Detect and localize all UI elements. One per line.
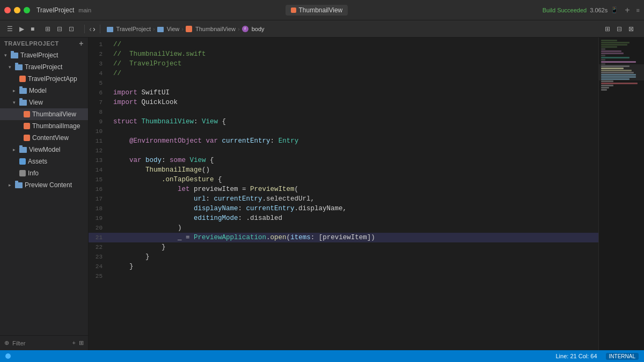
line-content[interactable]: import SwiftUI	[109, 88, 598, 98]
code-line-10: 10	[89, 127, 598, 136]
tab-icon	[291, 8, 296, 13]
sidebar-item-thumbnail-image[interactable]: ▾ ThumbnailImage	[0, 120, 88, 132]
line-content[interactable]: displayName: currentEntry.displayName,	[109, 204, 598, 213]
build-time: 3.062s	[590, 7, 608, 13]
stop-btn[interactable]: ■	[28, 24, 37, 34]
line-content[interactable]: _ = PreviewApplication.open(items: [prev…	[109, 233, 598, 242]
options-icon[interactable]: ≡	[636, 7, 640, 13]
nav-forward-btn[interactable]: ›	[93, 25, 96, 33]
panel-btn[interactable]: ⊟	[614, 24, 625, 34]
breadcrumb-body[interactable]: body	[252, 26, 265, 32]
line-content[interactable]: struct ThumbnailView: View {	[109, 117, 598, 127]
sidebar-item-preview[interactable]: ▸ Preview Content	[0, 179, 88, 191]
line-content[interactable]: var body: some View {	[109, 156, 598, 165]
line-content[interactable]: //	[109, 40, 598, 49]
line-content[interactable]: editingMode: .disabled	[109, 213, 598, 223]
sidebar-item-info[interactable]: ▾ Info	[0, 167, 88, 179]
scheme-btn[interactable]: ⊟	[54, 24, 65, 34]
breadcrumb-sep-3: ›	[238, 26, 240, 32]
nav-back-btn[interactable]: ‹	[89, 25, 92, 33]
active-tab[interactable]: ThumbnailView	[286, 5, 348, 16]
line-number: 4	[89, 69, 109, 78]
split-view-btn[interactable]: ⊞	[602, 24, 613, 34]
sidebar-toggle-btn[interactable]: ☰	[4, 24, 16, 34]
device-btn[interactable]: ⊡	[66, 24, 77, 34]
folder-icon4	[19, 100, 27, 106]
sidebar-item-model[interactable]: ▸ Model	[0, 85, 88, 97]
sidebar-label-model: Model	[29, 87, 47, 94]
line-number: 8	[89, 107, 109, 117]
line-number: 1	[89, 40, 109, 49]
line-content[interactable]	[109, 146, 598, 156]
filter-label[interactable]: Filter	[12, 340, 25, 346]
code-line-19: 19 editingMode: .disabled	[89, 213, 598, 223]
toolbar: ☰ ▶ ■ ⊞ ⊟ ⊡ ‹ › TravelProject › View › T…	[0, 20, 644, 38]
sidebar-item-root[interactable]: ▾ TravelProject	[0, 49, 88, 61]
toolbar-right-group: ⊞ ⊟ ⊠	[602, 24, 636, 34]
breadcrumb-file[interactable]: ThumbnailView	[195, 26, 236, 32]
inspector-btn[interactable]: ⊠	[626, 24, 636, 34]
line-number: 15	[89, 175, 109, 184]
line-number: 23	[89, 252, 109, 262]
sidebar-item-viewmodel[interactable]: ▸ ViewModel	[0, 144, 88, 156]
breadcrumb-sep-2: ›	[181, 26, 184, 32]
line-content[interactable]	[109, 127, 598, 136]
sidebar-label-info: Info	[28, 169, 39, 177]
mode-badge: INTERNAL	[606, 353, 639, 360]
line-content[interactable]: .onTapGesture {	[109, 175, 598, 184]
code-line-13: 13 var body: some View {	[89, 156, 598, 165]
branch-label: main	[78, 7, 91, 13]
breadcrumb-file-icon	[186, 25, 193, 32]
toolbar-view-group: ⊞ ⊟ ⊡	[42, 24, 77, 34]
sidebar-footer: ⊕ Filter + ⊞	[0, 335, 88, 350]
plus-icon[interactable]: +	[625, 5, 630, 15]
line-content[interactable]: let previewItem = PreviewItem(	[109, 184, 598, 194]
sidebar-item-view[interactable]: ▾ View	[0, 97, 88, 108]
line-content[interactable]: import QuickLook	[109, 98, 598, 107]
sidebar-bottom-btn1[interactable]: +	[72, 339, 76, 346]
line-content[interactable]: //	[109, 69, 598, 78]
code-line-8: 8	[89, 107, 598, 117]
sidebar-item-app[interactable]: ▾ TravelProjectApp	[0, 73, 88, 85]
sidebar-label-content-view: ContentView	[32, 134, 69, 142]
code-editor[interactable]: 1//2// ThumbnailView.swift3// TravelProj…	[89, 38, 598, 350]
sidebar-add-btn[interactable]: +	[79, 39, 84, 48]
line-content[interactable]: // ThumbnailView.swift	[109, 49, 598, 59]
line-number: 25	[89, 271, 109, 281]
code-line-22: 22 }	[89, 242, 598, 252]
title-bar: TravelProject main ThumbnailView Build S…	[0, 0, 644, 20]
maximize-button[interactable]	[24, 7, 30, 13]
line-content[interactable]: // TravelProject	[109, 59, 598, 69]
line-number: 10	[89, 127, 109, 136]
sidebar-label-thumbnail-view: ThumbnailView	[32, 110, 76, 118]
chevron-down-icon2: ▾	[9, 64, 14, 70]
code-area[interactable]: 1//2// ThumbnailView.swift3// TravelProj…	[89, 38, 598, 350]
run-btn[interactable]: ▶	[17, 24, 27, 34]
line-content[interactable]: )	[109, 223, 598, 233]
line-content[interactable]	[109, 107, 598, 117]
sidebar-item-assets[interactable]: ▾ Assets	[0, 156, 88, 167]
back-btn[interactable]: ⊞	[42, 24, 53, 34]
sidebar-item-content-view[interactable]: ▾ ContentView	[0, 132, 88, 144]
chevron-right-icon1: ▸	[13, 88, 18, 93]
line-content[interactable]	[109, 78, 598, 88]
line-content[interactable]: }	[109, 262, 598, 271]
line-content[interactable]: }	[109, 242, 598, 252]
sidebar-item-thumbnail-view[interactable]: ▾ ThumbnailView	[0, 108, 88, 120]
line-content[interactable]: url: currentEntry.selectedUrl,	[109, 194, 598, 204]
line-content[interactable]: ThumbnailImage()	[109, 165, 598, 175]
sidebar-bottom-btn2[interactable]: ⊞	[79, 339, 84, 346]
minimize-button[interactable]	[14, 7, 20, 13]
code-line-15: 15 .onTapGesture {	[89, 175, 598, 184]
line-content[interactable]	[109, 271, 598, 281]
close-button[interactable]	[4, 7, 11, 13]
code-line-20: 20 )	[89, 223, 598, 233]
line-content[interactable]: }	[109, 252, 598, 262]
chevron-down-icon3: ▾	[13, 100, 18, 105]
line-content[interactable]: @EnvironmentObject var currentEntry: Ent…	[109, 136, 598, 146]
breadcrumb-project[interactable]: TravelProject	[116, 26, 151, 32]
title-center: ThumbnailView	[91, 5, 543, 16]
code-line-7: 7import QuickLook	[89, 98, 598, 107]
breadcrumb-view[interactable]: View	[167, 26, 180, 32]
sidebar-item-inner[interactable]: ▾ TravelProject	[0, 61, 88, 73]
